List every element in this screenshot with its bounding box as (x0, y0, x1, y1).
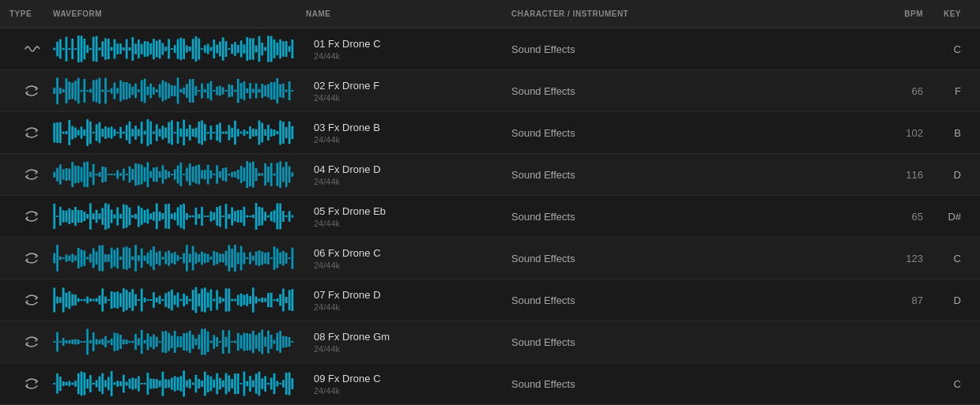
svg-rect-4 (66, 36, 68, 61)
svg-rect-594 (156, 337, 158, 347)
svg-rect-503 (122, 288, 125, 312)
svg-rect-121 (177, 77, 179, 103)
svg-rect-112 (149, 84, 152, 99)
svg-rect-498 (107, 299, 110, 301)
svg-rect-373 (213, 212, 215, 220)
svg-rect-472 (270, 257, 273, 259)
svg-rect-324 (66, 211, 68, 222)
svg-rect-25 (129, 47, 131, 51)
waveform-cell[interactable] (53, 242, 306, 274)
table-row[interactable]: 08 Fx Drone Gm 24/44k Sound Effects (0, 321, 980, 363)
table-row[interactable]: 07 Fx Drone D 24/44k Sound Effects 87 D (0, 279, 980, 321)
svg-rect-364 (186, 213, 188, 220)
waveform-cell[interactable] (53, 159, 306, 190)
svg-rect-90 (84, 79, 86, 103)
table-row[interactable]: 05 Fx Drone Eb 24/44k Sound Effects 65 D… (0, 196, 980, 238)
svg-rect-220 (234, 121, 236, 145)
svg-rect-37 (164, 47, 167, 51)
svg-rect-201 (177, 122, 179, 144)
svg-rect-248 (77, 166, 80, 183)
svg-rect-191 (147, 119, 149, 146)
svg-rect-119 (171, 85, 173, 96)
track-quality: 24/44k (314, 135, 511, 144)
svg-rect-618 (228, 330, 231, 354)
svg-rect-277 (164, 170, 167, 179)
svg-rect-582 (119, 335, 122, 349)
svg-rect-657 (104, 381, 107, 388)
svg-rect-608 (198, 335, 200, 350)
svg-rect-380 (234, 211, 236, 221)
svg-rect-228 (258, 121, 261, 145)
svg-rect-402 (59, 257, 62, 261)
svg-rect-390 (264, 212, 266, 221)
table-header: TYPE WAVEFORM NAME CHARACTER / INSTRUMEN… (0, 0, 980, 28)
svg-rect-79 (292, 39, 294, 58)
svg-rect-19 (111, 47, 113, 51)
table-row[interactable]: 01 Fx Drone C 24/44k Sound Effects C (0, 28, 980, 70)
svg-rect-136 (222, 88, 224, 95)
type-icon (9, 292, 53, 308)
bpm-cell: 116 (860, 169, 923, 181)
svg-rect-689 (201, 381, 203, 387)
svg-rect-479 (292, 247, 294, 268)
svg-rect-105 (129, 84, 131, 99)
svg-rect-658 (107, 377, 110, 391)
svg-rect-133 (213, 90, 215, 92)
svg-rect-391 (267, 216, 270, 218)
svg-rect-553 (273, 299, 276, 301)
type-icon (9, 376, 53, 392)
svg-rect-190 (144, 131, 146, 135)
svg-rect-344 (126, 205, 128, 228)
svg-rect-467 (255, 251, 258, 264)
svg-rect-515 (159, 296, 161, 305)
waveform-cell[interactable] (53, 33, 306, 65)
svg-rect-256 (101, 167, 104, 183)
svg-rect-411 (86, 257, 89, 260)
svg-rect-557 (285, 297, 288, 303)
svg-rect-22 (119, 43, 122, 54)
svg-rect-314 (277, 163, 279, 186)
character-cell: Sound Effects (511, 169, 860, 181)
svg-rect-29 (141, 44, 143, 54)
svg-rect-511 (147, 299, 149, 301)
svg-rect-681 (177, 377, 179, 391)
table-row[interactable]: 03 Fx Drone B 24/44k Sound Effects 102 B (0, 112, 980, 154)
svg-rect-204 (186, 129, 188, 137)
svg-rect-49 (201, 48, 203, 50)
svg-rect-106 (132, 87, 134, 95)
svg-rect-96 (101, 89, 104, 92)
table-row[interactable]: 09 Fx Drone C 24/44k Sound Effects C (0, 363, 980, 405)
svg-rect-308 (258, 173, 261, 176)
svg-rect-283 (183, 174, 185, 175)
name-cell: 06 Fx Drone C 24/44k (306, 247, 511, 270)
svg-rect-74 (277, 43, 279, 55)
svg-rect-463 (243, 252, 246, 264)
svg-rect-115 (159, 84, 161, 98)
svg-rect-212 (210, 126, 213, 140)
svg-rect-48 (198, 39, 200, 60)
svg-rect-519 (171, 290, 173, 311)
waveform-cell[interactable] (53, 201, 306, 232)
svg-rect-510 (144, 298, 146, 302)
svg-rect-361 (177, 208, 179, 226)
svg-rect-350 (144, 210, 146, 223)
svg-rect-573 (92, 332, 95, 351)
waveform-cell[interactable] (53, 117, 306, 148)
waveform-cell[interactable] (53, 368, 306, 399)
table-row[interactable]: 02 Fx Drone F 24/44k Sound Effects 66 F (0, 70, 980, 112)
waveform-cell[interactable] (53, 75, 306, 107)
svg-rect-351 (147, 208, 149, 223)
svg-rect-388 (258, 207, 261, 226)
svg-rect-270 (144, 167, 146, 182)
svg-rect-542 (240, 294, 243, 307)
svg-rect-684 (186, 381, 188, 388)
svg-rect-301 (237, 170, 239, 179)
svg-rect-82 (59, 88, 62, 94)
svg-rect-349 (141, 208, 143, 224)
svg-rect-127 (195, 86, 198, 96)
waveform-cell[interactable] (53, 326, 306, 358)
waveform-cell[interactable] (53, 284, 306, 316)
table-row[interactable]: 04 Fx Drone D 24/44k Sound Effects 116 D (0, 154, 980, 196)
svg-rect-51 (207, 44, 209, 54)
table-row[interactable]: 06 Fx Drone C 24/44k Sound Effects 123 C (0, 238, 980, 279)
